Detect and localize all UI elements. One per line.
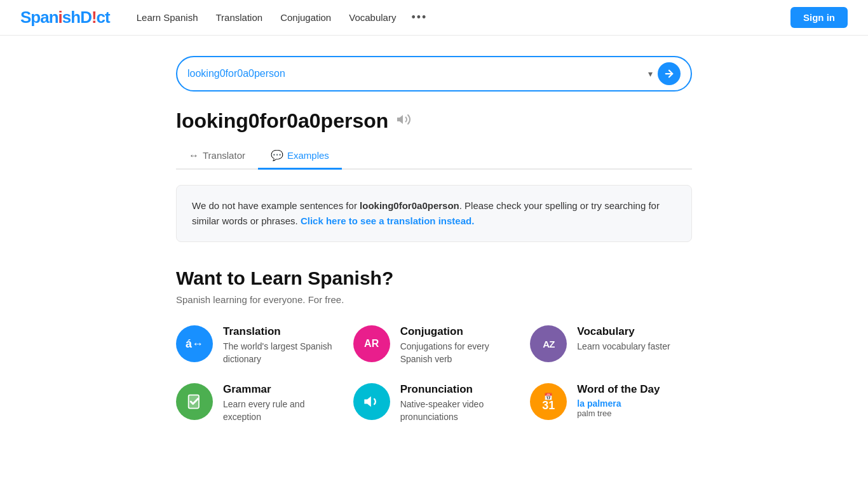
learn-section-title: Want to Learn Spanish?: [176, 268, 692, 289]
pronunciation-feature-text: Pronunciation Native-speaker video pronu…: [400, 383, 515, 423]
pronunciation-speaker-icon: [363, 393, 381, 410]
wotd-meaning: palm tree: [577, 409, 660, 418]
logo[interactable]: SpanishD!ct: [20, 8, 110, 27]
no-examples-message: We do not have example sentences for loo…: [176, 185, 692, 242]
learn-spanish-section: Want to Learn Spanish? Spanish learning …: [176, 268, 692, 423]
logo-exclaim: !: [92, 8, 97, 27]
main-content: ▾ looking0for0a0person ↔ Translator 💬 Ex…: [161, 36, 707, 444]
translation-icon-char: á↔: [186, 337, 203, 351]
conjugation-feature-icon: AR: [353, 325, 390, 362]
tab-translator[interactable]: ↔ Translator: [176, 143, 258, 170]
grammar-check-icon: [186, 393, 203, 410]
feature-vocabulary[interactable]: AZ Vocabulary Learn vocabulary faster: [530, 325, 692, 365]
features-grid: á↔ Translation The world's largest Spani…: [176, 325, 692, 423]
vocabulary-icon-char: AZ: [543, 339, 554, 349]
vocabulary-feature-text: Vocabulary Learn vocabulary faster: [577, 325, 670, 353]
wotd-feature-text: Word of the Day la palmera palm tree: [577, 383, 660, 418]
nav-conjugation[interactable]: Conjugation: [274, 10, 337, 25]
sign-in-button[interactable]: Sign in: [790, 7, 848, 28]
nav-vocabulary[interactable]: Vocabulary: [342, 10, 402, 25]
nav-more-button[interactable]: •••: [407, 8, 431, 27]
translation-feature-text: Translation The world's largest Spanish …: [223, 325, 338, 365]
arrow-right-icon: [663, 68, 675, 79]
pronunciation-feature-icon: [353, 383, 390, 420]
sound-icon[interactable]: [396, 112, 411, 131]
translator-icon: ↔: [189, 150, 199, 161]
result-tabs: ↔ Translator 💬 Examples: [176, 143, 692, 170]
grammar-feature-name: Grammar: [223, 383, 338, 396]
wotd-feature-icon: 📅 31: [530, 383, 567, 420]
search-submit-button[interactable]: [658, 62, 681, 85]
translation-link[interactable]: Click here to see a translation instead.: [301, 215, 474, 226]
vocabulary-feature-desc: Learn vocabulary faster: [577, 341, 670, 353]
search-input[interactable]: [187, 68, 643, 79]
conjugation-feature-desc: Conjugations for every Spanish verb: [400, 341, 515, 365]
translation-feature-name: Translation: [223, 325, 338, 338]
tab-examples[interactable]: 💬 Examples: [258, 143, 342, 170]
pronunciation-feature-name: Pronunciation: [400, 383, 515, 396]
search-dropdown-icon[interactable]: ▾: [643, 69, 658, 79]
calendar-day: 31: [542, 399, 555, 412]
main-nav: Learn Spanish Translation Conjugation Vo…: [130, 8, 790, 27]
feature-pronunciation[interactable]: Pronunciation Native-speaker video pronu…: [353, 383, 515, 423]
nav-translation[interactable]: Translation: [209, 10, 269, 25]
word-title: looking0for0a0person: [176, 109, 388, 133]
feature-word-of-the-day[interactable]: 📅 31 Word of the Day la palmera palm tre…: [530, 383, 692, 423]
nav-learn-spanish[interactable]: Learn Spanish: [130, 10, 205, 25]
conjugation-feature-text: Conjugation Conjugations for every Spani…: [400, 325, 515, 365]
translation-feature-icon: á↔: [176, 325, 213, 362]
pronunciation-feature-desc: Native-speaker video pronunciations: [400, 398, 515, 423]
no-examples-prefix: We do not have example sentences for: [192, 200, 360, 211]
speaker-icon: [396, 112, 411, 127]
vocabulary-feature-name: Vocabulary: [577, 325, 670, 338]
grammar-feature-desc: Learn every rule and exception: [223, 398, 338, 423]
feature-translation[interactable]: á↔ Translation The world's largest Spani…: [176, 325, 338, 365]
conjugation-feature-name: Conjugation: [400, 325, 515, 338]
examples-icon: 💬: [271, 149, 283, 161]
search-bar: ▾: [176, 56, 692, 92]
no-examples-word: looking0for0a0person: [360, 200, 459, 211]
word-heading: looking0for0a0person: [176, 109, 692, 133]
conjugation-icon-char: AR: [364, 338, 379, 349]
learn-section-subtitle: Spanish learning for everyone. For free.: [176, 294, 692, 305]
grammar-feature-text: Grammar Learn every rule and exception: [223, 383, 338, 423]
feature-grammar[interactable]: Grammar Learn every rule and exception: [176, 383, 338, 423]
wotd-word[interactable]: la palmera: [577, 398, 660, 409]
wotd-feature-name: Word of the Day: [577, 383, 660, 396]
feature-conjugation[interactable]: AR Conjugation Conjugations for every Sp…: [353, 325, 515, 365]
translation-feature-desc: The world's largest Spanish dictionary: [223, 341, 338, 365]
grammar-feature-icon: [176, 383, 213, 420]
vocabulary-feature-icon: AZ: [530, 325, 567, 362]
tab-examples-label: Examples: [287, 150, 329, 161]
logo-accent: i: [58, 8, 62, 27]
tab-translator-label: Translator: [203, 150, 245, 161]
header: SpanishD!ct Learn Spanish Translation Co…: [0, 0, 868, 36]
